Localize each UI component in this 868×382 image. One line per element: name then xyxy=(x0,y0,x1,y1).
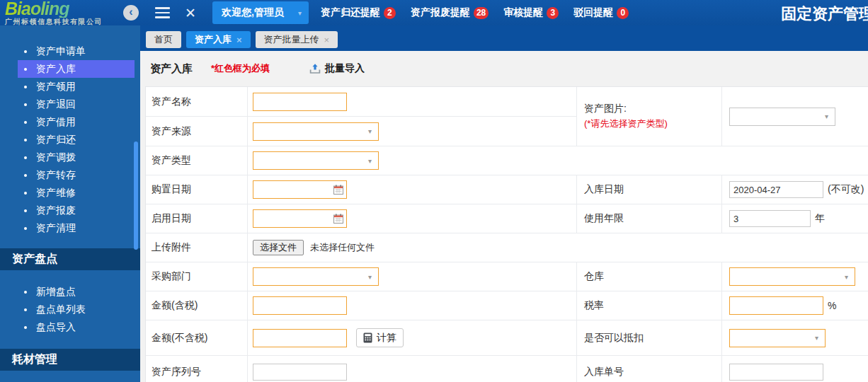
nav-label: 驳回提醒 xyxy=(573,6,613,19)
nav-item-reject-reminder[interactable]: 驳回提醒 0 xyxy=(573,6,629,19)
asset-type-select[interactable]: ▾ xyxy=(253,151,379,170)
welcome-user-label: 欢迎您,管理员 xyxy=(222,6,284,19)
sidebar-item-asset-storage[interactable]: 资产转存 xyxy=(0,166,140,184)
nav-item-audit-reminder[interactable]: 审核提醒 3 xyxy=(503,6,559,19)
brand-company-name: 广州标领信息科技有限公司 xyxy=(5,18,119,25)
tab-asset-inbound[interactable]: 资产入库 × xyxy=(186,31,251,48)
count-badge: 28 xyxy=(474,7,489,19)
bullet-icon xyxy=(24,156,27,159)
inbound-date-input[interactable] xyxy=(729,181,823,198)
unit-label: % xyxy=(828,300,836,311)
bullet-icon xyxy=(24,174,27,177)
inbound-number-input[interactable] xyxy=(729,364,823,381)
nav-item-asset-scrap-reminder[interactable]: 资产报废提醒 28 xyxy=(411,6,489,19)
count-badge: 2 xyxy=(384,7,396,19)
file-status-text: 未选择任何文件 xyxy=(310,241,375,254)
tab-close-icon[interactable]: × xyxy=(324,35,330,45)
sidebar-item-asset-giveback[interactable]: 资产归还 xyxy=(0,131,140,149)
field-label: 入库单号 xyxy=(584,366,624,378)
nav-label: 审核提醒 xyxy=(503,6,543,19)
amount-without-tax-input[interactable] xyxy=(253,329,347,347)
bullet-icon xyxy=(24,291,27,294)
close-tabs-button[interactable]: ✕ xyxy=(185,6,196,20)
sidebar-item-asset-inbound[interactable]: 资产入库 xyxy=(0,60,140,78)
menu-toggle-button[interactable] xyxy=(155,7,170,18)
field-label: 是否可以抵扣 xyxy=(584,332,644,345)
bullet-icon xyxy=(24,103,27,106)
sidebar-section-asset-inventory[interactable]: 资产盘点 xyxy=(0,248,140,270)
asset-name-input[interactable] xyxy=(253,93,347,111)
sidebar-item-asset-borrow[interactable]: 资产借用 xyxy=(0,113,140,131)
purchase-date-input[interactable] xyxy=(253,180,347,199)
readonly-note: (不可改) xyxy=(828,183,864,196)
sidebar-item-asset-return[interactable]: 资产退回 xyxy=(0,96,140,113)
calculate-button[interactable]: 计算 xyxy=(356,328,404,347)
top-header-bar: Biaoling 广州标领信息科技有限公司 ‹ ✕ 欢迎您,管理员 ▾ 资产归还… xyxy=(0,0,868,25)
sidebar-item-asset-request[interactable]: 资产申请单 xyxy=(0,42,140,60)
useful-life-input[interactable] xyxy=(729,210,811,227)
form-row-purchase-inbound-date: 购置日期 入库日期 (不可改) xyxy=(146,175,868,204)
sidebar-section-consumables[interactable]: 耗材管理 xyxy=(0,349,140,371)
tax-rate-input[interactable] xyxy=(729,296,823,315)
amount-with-tax-input[interactable] xyxy=(253,296,347,315)
tab-close-icon[interactable]: × xyxy=(236,35,242,45)
bullet-icon xyxy=(24,308,27,311)
bullet-icon xyxy=(24,192,27,195)
sidebar-item-asset-transfer[interactable]: 资产调拨 xyxy=(0,149,140,166)
caret-down-icon: ▾ xyxy=(825,112,828,120)
sidebar-scrollbar-thumb[interactable] xyxy=(134,141,138,250)
system-title: 固定资产管理系统 xyxy=(781,4,868,25)
caret-down-icon: ▾ xyxy=(815,334,818,342)
chevron-left-icon: ‹ xyxy=(129,6,132,18)
calendar-icon xyxy=(333,214,343,224)
sidebar: 资产申请单 资产入库 资产领用 资产退回 资产借用 资产归还 资产调拨 资产转存… xyxy=(0,25,140,382)
warehouse-select[interactable]: ▾ xyxy=(729,267,855,286)
sidebar-submenu-inventory: 新增盘点 盘点单列表 盘点导入 xyxy=(0,270,140,349)
sidebar-item-asset-scrap[interactable]: 资产报废 xyxy=(0,202,140,219)
field-label: 税率 xyxy=(584,299,604,312)
form-row-asset-type: 资产类型 ▾ xyxy=(146,146,868,175)
sidebar-item-inventory-import[interactable]: 盘点导入 xyxy=(0,318,140,336)
calculator-icon xyxy=(363,332,372,343)
sidebar-item-new-inventory[interactable]: 新增盘点 xyxy=(0,283,140,301)
batch-import-button[interactable]: 批量导入 xyxy=(309,62,365,75)
calendar-icon xyxy=(333,185,343,195)
tab-home[interactable]: 首页 xyxy=(146,31,181,48)
asset-image-select[interactable]: ▾ xyxy=(729,108,835,126)
serial-number-input[interactable] xyxy=(253,364,347,381)
sidebar-item-asset-cleanup[interactable]: 资产清理 xyxy=(0,219,140,237)
sidebar-item-asset-claim[interactable]: 资产领用 xyxy=(0,78,140,96)
form-row-attachment: 上传附件 选择文件 未选择任何文件 xyxy=(146,233,868,262)
sidebar-collapse-button[interactable]: ‹ xyxy=(123,5,139,21)
field-label: 资产名称 xyxy=(152,96,191,108)
purchase-dept-select[interactable]: ▾ xyxy=(253,267,379,286)
sidebar-item-asset-repair[interactable]: 资产维修 xyxy=(0,184,140,202)
caret-down-icon: ▾ xyxy=(368,273,372,281)
tab-asset-batch-upload[interactable]: 资产批量上传 × xyxy=(256,31,338,48)
nav-label: 资产归还提醒 xyxy=(321,6,380,19)
bullet-icon xyxy=(24,139,27,141)
enable-date-input[interactable] xyxy=(253,209,347,228)
close-icon: ✕ xyxy=(185,6,196,21)
field-label: 使用年限 xyxy=(584,212,624,225)
page-title: 资产入库 xyxy=(150,62,193,76)
sidebar-item-inventory-list[interactable]: 盘点单列表 xyxy=(0,301,140,318)
user-menu-dropdown[interactable]: 欢迎您,管理员 ▾ xyxy=(212,1,309,24)
nav-item-asset-return-reminder[interactable]: 资产归还提醒 2 xyxy=(321,6,396,19)
asset-source-select[interactable]: ▾ xyxy=(253,122,379,141)
bullet-icon xyxy=(24,50,27,53)
field-label: 仓库 xyxy=(584,270,604,283)
unit-label: 年 xyxy=(815,212,825,225)
count-badge: 0 xyxy=(617,7,629,19)
choose-file-button[interactable]: 选择文件 xyxy=(253,240,304,255)
asset-image-label-cell: 资产图片: (*请先选择资产类型) xyxy=(576,87,721,146)
form-row-amount-deductible: 金额(不含税) 计算 是否可以抵扣 ▾ xyxy=(146,320,868,356)
upload-icon xyxy=(309,63,321,74)
bullet-icon xyxy=(24,86,27,88)
brand-logo-text: Biaoling xyxy=(5,0,119,18)
bullet-icon xyxy=(24,227,27,230)
field-label: 金额(含税) xyxy=(152,299,198,312)
main-content: 资产入库 *红色框为必填 批量导入 资产名称 资产来源 ▾ xyxy=(140,51,868,382)
deductible-select[interactable]: ▾ xyxy=(729,329,826,347)
page-header: 资产入库 *红色框为必填 批量导入 xyxy=(140,51,868,86)
